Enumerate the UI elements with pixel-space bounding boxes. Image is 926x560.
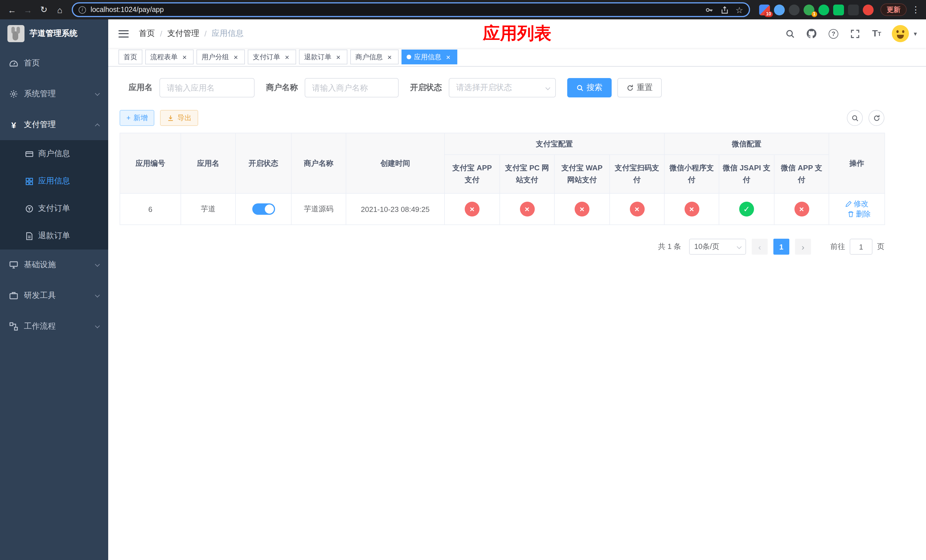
page-title: 应用列表 [483, 22, 551, 45]
sidebar: 芋道管理系统 首页 系统管理 ¥ 支付管理 商户信息 [0, 20, 108, 560]
sidebar-item-infra[interactable]: 基础设施 [0, 250, 108, 280]
sidebar-item-app-info[interactable]: 应用信息 [0, 168, 108, 195]
merchant-name-input[interactable] [305, 78, 399, 97]
chevron-down-icon [737, 244, 742, 249]
delete-link[interactable]: 删除 [847, 209, 871, 219]
avatar-caret-icon[interactable]: ▾ [914, 30, 917, 37]
help-icon[interactable]: ? [827, 27, 840, 40]
close-icon[interactable]: × [386, 53, 393, 61]
close-icon[interactable]: × [283, 53, 291, 61]
sidebar-item-label: 商户信息 [38, 149, 70, 159]
extension-icon-3[interactable] [789, 4, 800, 15]
extension-icon-4[interactable]: 1 [803, 4, 814, 15]
document-icon [25, 232, 33, 240]
tab-pay-order[interactable]: 支付订单 × [248, 50, 296, 64]
extension-icon-5[interactable] [819, 4, 829, 15]
url-text[interactable]: localhost:1024/pay/app [91, 6, 705, 14]
sidebar-item-merchant-info[interactable]: 商户信息 [0, 140, 108, 168]
status-alipay-app: × [465, 202, 480, 216]
refresh-table-button[interactable] [869, 110, 884, 126]
browser-home-icon[interactable]: ⌂ [52, 2, 67, 17]
breadcrumb-home[interactable]: 首页 [139, 29, 155, 39]
fullscreen-icon[interactable] [849, 27, 861, 40]
chevron-up-icon [95, 123, 100, 128]
share-icon[interactable] [720, 5, 729, 14]
search-icon [851, 114, 858, 122]
grid-icon [25, 177, 33, 185]
tab-app-info[interactable]: 应用信息 × [401, 50, 457, 64]
close-icon[interactable]: × [232, 53, 240, 61]
group-wechat-config: 微信配置 [664, 133, 829, 155]
credit-card-icon [25, 150, 33, 158]
goto-page-input[interactable] [850, 239, 873, 255]
app-title: 芋道管理系统 [30, 29, 77, 39]
browser-forward-icon[interactable]: → [21, 2, 35, 17]
extension-icon-8[interactable] [863, 4, 874, 15]
next-page-button[interactable]: › [795, 239, 811, 255]
tab-user-group[interactable]: 用户分组 × [197, 50, 245, 64]
sidebar-item-payment[interactable]: ¥ 支付管理 [0, 109, 108, 140]
close-icon[interactable]: × [180, 53, 189, 61]
table-toolbar: + 新增 导出 [120, 110, 884, 126]
sidebar-item-pay-order[interactable]: 支付订单 [0, 195, 108, 222]
status-select[interactable]: 请选择开启状态 [449, 78, 556, 97]
extension-icon-1[interactable]: 10 [759, 4, 770, 15]
toolbox-icon [9, 291, 18, 300]
row-status-toggle[interactable] [252, 203, 275, 215]
breadcrumb: 首页 / 支付管理 / 应用信息 [139, 29, 244, 39]
tab-merchant-info[interactable]: 商户信息 × [350, 50, 399, 64]
browser-back-icon[interactable]: ← [5, 2, 20, 17]
tab-home[interactable]: 首页 [118, 50, 142, 64]
font-size-icon[interactable]: TT [870, 27, 883, 40]
bookmark-star-icon[interactable]: ☆ [735, 5, 743, 14]
sidebar-item-workflow[interactable]: 工作流程 [0, 311, 108, 342]
toggle-search-button[interactable] [847, 110, 863, 126]
status-label: 开启状态 [410, 83, 442, 93]
table-row: 6 芋道 芋道源码 2021-10-23 08:49:25 × × × [120, 194, 885, 225]
status-wx-mini: × [684, 202, 699, 216]
app-name-input[interactable] [159, 78, 254, 97]
prev-page-button[interactable]: ‹ [752, 239, 768, 255]
payment-submenu: 商户信息 应用信息 支付订单 退款订单 [0, 140, 108, 250]
yen-icon: ¥ [9, 120, 18, 130]
col-wx-app: 微信 APP 支付 [774, 155, 829, 194]
extension-icon-7[interactable] [848, 4, 859, 15]
add-button[interactable]: + 新增 [120, 110, 154, 126]
sidebar-item-refund-order[interactable]: 退款订单 [0, 222, 108, 250]
breadcrumb-payment[interactable]: 支付管理 [168, 29, 199, 39]
sidebar-collapse-icon[interactable] [118, 30, 129, 37]
browser-menu-icon[interactable]: ⋮ [910, 5, 921, 15]
page-number-1[interactable]: 1 [773, 239, 789, 255]
browser-reload-icon[interactable]: ↻ [36, 2, 51, 17]
search-icon[interactable] [784, 27, 796, 40]
col-wx-jsapi: 微信 JSAPI 支付 [719, 155, 774, 194]
col-merchant: 商户名称 [291, 133, 346, 194]
edit-link[interactable]: 修改 [845, 199, 869, 209]
site-info-icon[interactable]: i [79, 6, 86, 14]
close-icon[interactable]: × [444, 53, 452, 61]
tabs-bar: 首页 流程表单 × 用户分组 × 支付订单 × 退款订单 × [108, 48, 926, 67]
page-size-select[interactable]: 10条/页 [689, 239, 746, 255]
github-icon[interactable] [805, 27, 818, 40]
reset-button[interactable]: 重置 [617, 78, 662, 97]
sidebar-item-dev-tools[interactable]: 研发工具 [0, 280, 108, 311]
browser-update-button[interactable]: 更新 [881, 3, 906, 16]
password-key-icon[interactable] [705, 5, 713, 14]
goto-label: 前往 [830, 242, 845, 252]
export-button[interactable]: 导出 [160, 110, 198, 126]
tab-refund-order[interactable]: 退款订单 × [299, 50, 347, 64]
trash-icon [847, 211, 854, 218]
close-icon[interactable]: × [334, 53, 342, 61]
extension-icon-2[interactable] [774, 4, 785, 15]
gear-icon [9, 89, 18, 98]
address-bar[interactable]: i localhost:1024/pay/app ☆ [72, 2, 750, 17]
col-app-name: 应用名 [181, 133, 236, 194]
search-icon [576, 84, 584, 91]
search-button[interactable]: 搜索 [567, 78, 612, 97]
extension-icon-6[interactable] [833, 4, 844, 15]
tab-process-form[interactable]: 流程表单 × [145, 50, 194, 64]
col-status: 开启状态 [236, 133, 291, 194]
sidebar-item-home[interactable]: 首页 [0, 48, 108, 79]
avatar[interactable] [892, 25, 909, 42]
sidebar-item-system[interactable]: 系统管理 [0, 79, 108, 109]
